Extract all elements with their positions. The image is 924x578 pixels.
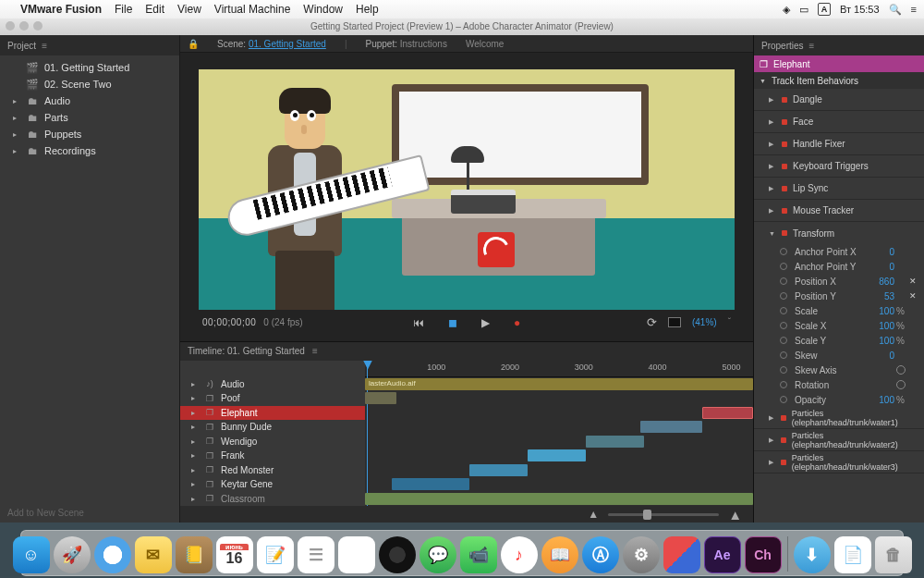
timeline-clip[interactable] <box>528 449 586 461</box>
dock-system-preferences-icon[interactable]: ⚙ <box>623 536 660 573</box>
menu-view[interactable]: View <box>177 3 201 16</box>
menu-virtual-machine[interactable]: Virtual Machine <box>214 3 291 16</box>
timeline-clip[interactable] <box>640 421 702 433</box>
record-button[interactable]: ● <box>514 316 520 329</box>
transform-position-x[interactable]: Position X860✕ <box>754 274 924 289</box>
timeline-clip[interactable] <box>702 407 753 419</box>
transform-scale-y[interactable]: Scale Y100% <box>754 333 924 348</box>
timeline-clip-row[interactable] <box>365 477 753 492</box>
project-item-folder[interactable]: ▸🖿Parts <box>0 109 179 126</box>
lock-icon[interactable]: 🔒 <box>188 39 199 49</box>
puppet-tab[interactable]: Instructions <box>400 39 447 49</box>
project-item-folder[interactable]: ▸🖿Puppets <box>0 126 179 142</box>
timecode[interactable]: 00;00;00;00 <box>202 317 256 327</box>
notification-center-icon[interactable]: ≡ <box>911 4 917 15</box>
timeline-clip-row[interactable] <box>365 391 753 406</box>
welcome-tab[interactable]: Welcome <box>466 39 505 49</box>
go-to-start-button[interactable]: ⏮ <box>413 316 424 329</box>
timeline-clip[interactable] <box>365 493 753 505</box>
panel-menu-icon[interactable]: ≡ <box>809 41 815 51</box>
scene-tab-active[interactable]: 01. Getting Started <box>249 39 326 49</box>
panel-menu-icon[interactable]: ≡ <box>312 346 318 356</box>
dock-itunes-icon[interactable]: ♪ <box>501 536 538 573</box>
behavior-mouse-tracker[interactable]: ▶Mouse Tracker <box>754 200 924 222</box>
stop-button[interactable]: ◼ <box>448 316 457 329</box>
timeline-track-frank[interactable]: ▸❐Frank <box>180 449 365 463</box>
dock-messages-icon[interactable]: 💬 <box>419 536 456 573</box>
input-lang-icon[interactable]: А <box>818 3 831 16</box>
dock-document-icon[interactable]: 📄 <box>834 536 871 573</box>
menu-edit[interactable]: Edit <box>145 3 164 16</box>
timeline-track-red-monster[interactable]: ▸❐Red Monster <box>180 463 365 478</box>
timeline-clip-row[interactable] <box>365 406 753 421</box>
timeline-clip[interactable] <box>586 436 644 448</box>
dock-facetime-icon[interactable]: 📹 <box>460 536 497 573</box>
menubar-clock[interactable]: Вт 15:53 <box>840 4 880 15</box>
timeline-track-wendigo[interactable]: ▸❐Wendigo <box>180 435 365 449</box>
dock-finder-icon[interactable]: ☺ <box>13 536 50 573</box>
transform-skew-axis[interactable]: Skew Axis <box>754 363 924 377</box>
menu-window[interactable]: Window <box>303 3 343 16</box>
dock-launchpad-icon[interactable]: 🚀 <box>54 536 91 573</box>
dock-calendar-icon[interactable]: июнь16 <box>216 536 253 573</box>
project-item-folder[interactable]: ▸🖿Recordings <box>0 142 179 159</box>
timeline-track-bunny-dude[interactable]: ▸❐Bunny Dude <box>180 420 365 435</box>
project-panel-header[interactable]: Project ≡ <box>0 35 179 55</box>
dock-parallels-icon[interactable] <box>663 536 700 573</box>
behavior-dangle[interactable]: ▶Dangle <box>754 89 924 111</box>
dock-mail-icon[interactable]: ✉ <box>135 536 172 573</box>
behavior-face[interactable]: ▶Face <box>754 111 924 133</box>
transform-opacity[interactable]: Opacity100% <box>754 392 924 407</box>
properties-panel-header[interactable]: Properties ≡ <box>754 35 924 55</box>
wifi-icon[interactable]: ◈ <box>783 4 790 16</box>
menu-app[interactable]: VMware Fusion <box>20 3 102 16</box>
zoom-percent[interactable]: (41%) <box>692 317 717 327</box>
loop-button[interactable]: ⟳ <box>647 315 657 329</box>
timeline-clip-row[interactable] <box>365 492 753 507</box>
transform-rotation[interactable]: Rotation <box>754 377 924 392</box>
dock-photos-icon[interactable]: 🏞 <box>338 536 375 573</box>
battery-icon[interactable]: ▭ <box>799 4 808 16</box>
dock-trash-icon[interactable]: 🗑 <box>875 536 912 573</box>
window-traffic-lights[interactable] <box>6 21 43 31</box>
dock-ibooks-icon[interactable]: 📖 <box>541 536 578 573</box>
play-button[interactable]: ▶ <box>481 316 490 329</box>
selected-puppet-header[interactable]: ❐ Elephant <box>754 55 924 72</box>
behavior-keyboard-triggers[interactable]: ▶Keyboard Triggers <box>754 155 924 178</box>
preview-canvas[interactable] <box>199 69 735 309</box>
behavior-handle-fixer[interactable]: ▶Handle Fixer <box>754 133 924 155</box>
zoom-out-icon[interactable]: ▲ <box>588 508 599 521</box>
transform-anchor-point-x[interactable]: Anchor Point X0 <box>754 244 924 259</box>
zoom-dropdown-icon[interactable]: ˇ <box>728 317 731 327</box>
timeline-track-keytar-gene[interactable]: ▸❐Keytar Gene <box>180 477 365 492</box>
transform-skew[interactable]: Skew0 <box>754 348 924 363</box>
timeline-header[interactable]: Timeline: 01. Getting Started ≡ <box>180 342 753 361</box>
dock-after-effects-icon[interactable]: Ae <box>704 536 741 573</box>
timeline-track-classroom[interactable]: ▸❐Classroom <box>180 492 365 507</box>
transform-anchor-point-y[interactable]: Anchor Point Y0 <box>754 259 924 274</box>
behavior-particles[interactable]: ▶Particles (elephant/head/trunk/water1) <box>754 407 924 429</box>
timeline-track-poof[interactable]: ▸❐Poof <box>180 391 365 406</box>
timeline-zoom-slider[interactable] <box>608 513 719 516</box>
dock-reminders-icon[interactable]: ☰ <box>298 536 334 573</box>
timeline-clip-row[interactable]: lasterAudio.aif <box>365 377 753 392</box>
timeline-clip[interactable] <box>469 464 528 476</box>
behavior-particles[interactable]: ▶Particles (elephant/head/trunk/water3) <box>754 451 924 473</box>
zoom-in-icon[interactable]: ▲ <box>728 507 742 523</box>
dock-notes-icon[interactable]: 📝 <box>257 536 294 573</box>
project-item-folder[interactable]: ▸🖿Audio <box>0 92 179 109</box>
menu-file[interactable]: File <box>115 3 132 16</box>
timeline-clip[interactable] <box>392 478 469 490</box>
timeline-clip-row[interactable] <box>365 420 753 435</box>
panel-menu-icon[interactable]: ≡ <box>42 41 47 51</box>
timeline-clip[interactable] <box>365 392 396 404</box>
dock-appstore-icon[interactable]: Ⓐ <box>582 536 619 573</box>
dock-photobooth-icon[interactable] <box>379 536 416 573</box>
transform-scale-x[interactable]: Scale X100% <box>754 318 924 333</box>
project-panel-footer[interactable]: Add to New Scene <box>0 502 179 523</box>
timeline-clip[interactable]: lasterAudio.aif <box>365 378 753 390</box>
menu-help[interactable]: Help <box>356 3 379 16</box>
timeline-ruler[interactable]: 1000 2000 3000 4000 5000 <box>365 361 753 377</box>
timeline-ruler-area[interactable]: 1000 2000 3000 4000 5000 lasterAudio.aif <box>365 361 753 507</box>
dock-contacts-icon[interactable]: 📒 <box>176 536 213 573</box>
